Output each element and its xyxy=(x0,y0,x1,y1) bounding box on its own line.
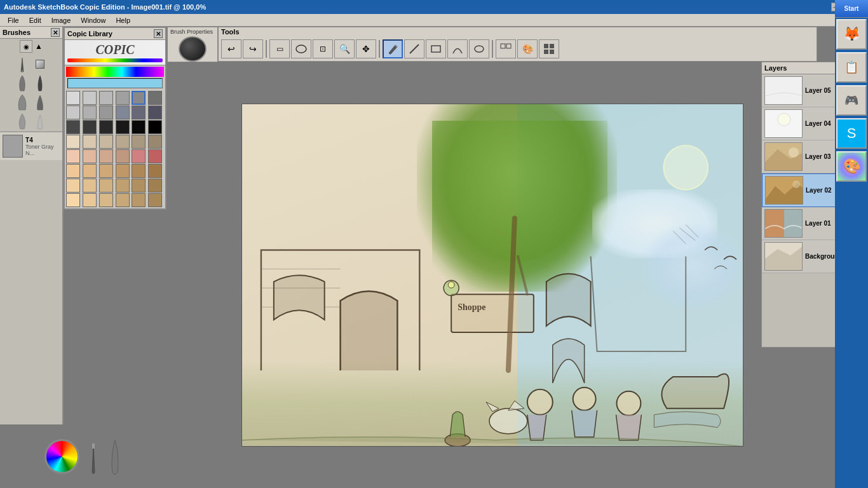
color-cell[interactable] xyxy=(116,164,130,178)
color-cell[interactable] xyxy=(148,164,162,178)
color-cell[interactable] xyxy=(132,120,146,134)
color-wheel[interactable] xyxy=(44,439,79,474)
pan-button[interactable]: ✥ xyxy=(356,39,376,58)
svg-point-32 xyxy=(792,180,800,188)
copic-close-button[interactable]: ✕ xyxy=(154,29,163,38)
color-cell[interactable] xyxy=(99,149,113,163)
menu-file[interactable]: File xyxy=(3,15,24,25)
color-cell[interactable] xyxy=(83,105,97,119)
menu-window[interactable]: Window xyxy=(76,15,111,25)
color-cell[interactable] xyxy=(148,91,162,105)
zoom-button[interactable]: 🔍 xyxy=(334,39,355,58)
brush-eraser[interactable] xyxy=(32,112,48,130)
color-cell[interactable] xyxy=(116,179,130,193)
brush-tool-button[interactable] xyxy=(383,39,403,58)
documents-button[interactable]: 📋 xyxy=(836,52,867,83)
color-cell[interactable] xyxy=(99,164,113,178)
color-cell[interactable] xyxy=(83,91,97,105)
color-picker-button[interactable]: 🎨 xyxy=(836,151,867,182)
menu-help[interactable]: Help xyxy=(111,15,135,25)
select-rect-button[interactable]: ▭ xyxy=(269,39,290,58)
app3-button[interactable]: 🎮 xyxy=(836,85,867,116)
color-cell[interactable] xyxy=(132,193,146,207)
color-cell[interactable] xyxy=(99,91,113,105)
color-cell[interactable] xyxy=(116,120,130,134)
brush-hard[interactable] xyxy=(32,74,48,92)
color-cell[interactable] xyxy=(132,164,146,178)
color-cell[interactable] xyxy=(83,193,97,207)
tool-divider-2 xyxy=(379,40,380,58)
symmetry-button[interactable] xyxy=(496,39,516,58)
undo-button[interactable]: ↩ xyxy=(221,39,241,58)
brush-properties-circle[interactable] xyxy=(179,36,207,62)
color-cell[interactable] xyxy=(148,179,162,193)
color-cell[interactable] xyxy=(66,120,80,134)
canvas-area[interactable]: Shoppe xyxy=(167,62,817,488)
color-cell[interactable] xyxy=(132,135,146,149)
select-lasso-button[interactable] xyxy=(291,39,311,58)
menu-edit[interactable]: Edit xyxy=(24,15,46,25)
color-cell[interactable] xyxy=(148,193,162,207)
color-cell[interactable] xyxy=(148,120,162,134)
color-cell[interactable] xyxy=(99,193,113,207)
bottom-brush-icon[interactable] xyxy=(86,437,101,475)
bezier-tool-button[interactable] xyxy=(447,39,468,58)
color-cell[interactable] xyxy=(83,149,97,163)
color-cell[interactable] xyxy=(116,193,130,207)
firefox-button[interactable]: 🦊 xyxy=(836,19,867,50)
color-cell[interactable] xyxy=(83,164,97,178)
color-cell[interactable] xyxy=(66,91,80,105)
color-cell[interactable] xyxy=(132,149,146,163)
color-cell[interactable] xyxy=(99,120,113,134)
bottom-brush-icon-2[interactable] xyxy=(107,437,123,475)
color-cell[interactable] xyxy=(66,164,80,178)
layer-thumb-01 xyxy=(764,209,803,238)
brush-marker[interactable] xyxy=(32,93,48,111)
color-cell[interactable] xyxy=(116,105,130,119)
color-cell[interactable] xyxy=(132,105,146,119)
fill-button[interactable]: 🎨 xyxy=(517,39,538,58)
line-tool-button[interactable] xyxy=(404,39,424,58)
color-cell[interactable] xyxy=(83,179,97,193)
color-cell[interactable] xyxy=(66,179,80,193)
color-cell[interactable] xyxy=(99,179,113,193)
brush-airbrush[interactable] xyxy=(15,112,30,130)
color-cell[interactable] xyxy=(83,135,97,149)
svg-point-23 xyxy=(489,408,527,433)
menu-image[interactable]: Image xyxy=(46,15,76,25)
color-cell[interactable] xyxy=(83,120,97,134)
color-cell[interactable] xyxy=(148,149,162,163)
color-cell[interactable] xyxy=(66,149,80,163)
color-cell[interactable] xyxy=(116,91,130,105)
color-cell[interactable] xyxy=(132,179,146,193)
brush-soft[interactable] xyxy=(15,74,30,92)
copic-search-input[interactable] xyxy=(67,78,163,88)
color-cell[interactable] xyxy=(148,105,162,119)
brush-pencil[interactable] xyxy=(15,55,30,73)
brush-nav-up[interactable]: ▲ xyxy=(35,42,43,51)
color-cell[interactable] xyxy=(66,105,80,119)
color-cell[interactable] xyxy=(99,135,113,149)
brush-wide[interactable] xyxy=(15,93,30,111)
color-cell[interactable] xyxy=(116,135,130,149)
brush-tools xyxy=(0,54,62,132)
start-button[interactable]: Start xyxy=(835,0,868,18)
redo-button[interactable]: ↪ xyxy=(243,39,263,58)
color-cell[interactable] xyxy=(148,135,162,149)
color-cell[interactable] xyxy=(66,193,80,207)
ellipse-tool-button[interactable] xyxy=(469,39,489,58)
svg-point-20 xyxy=(527,389,552,414)
brushes-title: Brushes xyxy=(3,29,31,36)
bottom-area xyxy=(0,424,167,488)
color-cell[interactable] xyxy=(132,91,146,105)
grid-button[interactable] xyxy=(539,39,559,58)
color-cell[interactable] xyxy=(66,135,80,149)
skype-button[interactable]: S xyxy=(836,118,867,149)
brush-nav-circle[interactable]: ◉ xyxy=(20,40,32,53)
rect-tool-button[interactable] xyxy=(426,39,446,58)
crop-button[interactable]: ⊡ xyxy=(313,39,333,58)
color-cell[interactable] xyxy=(116,149,130,163)
drawing-canvas[interactable]: Shoppe xyxy=(241,104,743,447)
color-cell[interactable] xyxy=(99,105,113,119)
brushes-close-button[interactable]: ✕ xyxy=(51,28,60,37)
